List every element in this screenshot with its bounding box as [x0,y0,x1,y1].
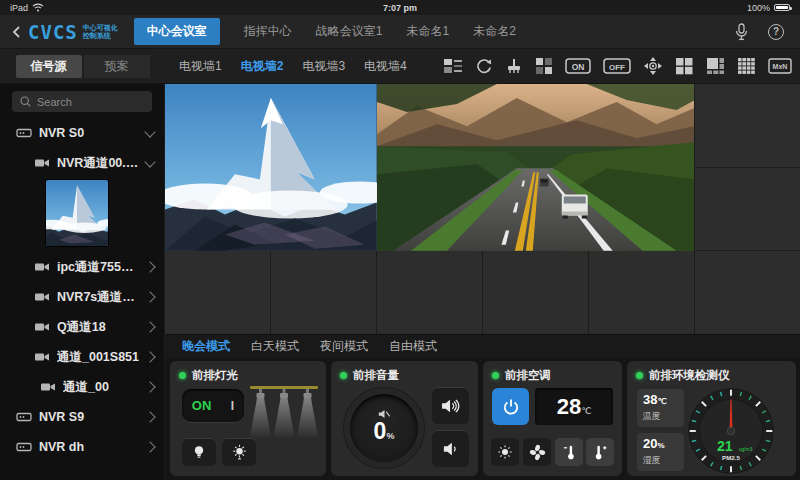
wall-cell[interactable] [695,251,800,334]
env-humidity-box: 20% 湿度 [637,433,684,471]
refresh-icon[interactable] [475,57,493,75]
battery-icon [774,4,790,11]
camera-icon [34,260,50,274]
tree-item-channel-00[interactable]: 通道_00 [0,372,164,402]
light-on-button[interactable] [222,438,256,466]
grid-2x2-icon[interactable] [675,57,694,75]
tree-item-channel-001s851[interactable]: 通道_001S851 [0,342,164,372]
power-icon [502,398,520,416]
grid-mxn-icon[interactable]: MxN [768,57,792,75]
tab-command-center[interactable]: 指挥中心 [244,23,292,40]
channel-thumbnail[interactable] [46,180,108,246]
search-box[interactable] [12,91,152,112]
chevron-right-icon [144,291,155,302]
room-tabs: 中心会议室 指挥中心 战略会议室1 未命名1 未命名2 [134,18,516,45]
off-button-icon[interactable]: OFF [603,57,631,75]
wall-cell[interactable] [483,251,588,334]
mode-night[interactable]: 夜间模式 [320,338,368,355]
ac-heat-mode-button[interactable] [491,438,519,466]
wall-cell[interactable] [165,251,270,334]
wall-cell[interactable] [271,251,376,334]
ac-temp-unit: ℃ [581,406,591,416]
ac-temperature-display: 28 ℃ [535,388,613,425]
panel-front-ac: 前排空调 28 ℃ [483,361,622,476]
svg-text:ON: ON [572,62,585,72]
tab-signal-source[interactable]: 信号源 [16,55,82,78]
tree-item-nvr-channel-2166[interactable]: NVR通道00...2166 [0,148,164,178]
ac-temp-down-button[interactable] [555,438,583,466]
tab-tv-wall-2[interactable]: 电视墙2 [241,58,284,75]
clear-screen-icon[interactable] [505,57,523,75]
env-temp-unit: ℃ [657,397,666,406]
volume-value: 0 [374,418,387,444]
help-icon[interactable]: ? [768,24,784,40]
chevron-right-icon [144,351,155,362]
wall-cell[interactable] [695,168,800,251]
mode-party[interactable]: 晚会模式 [182,338,230,355]
search-input[interactable] [37,96,145,108]
tab-tv-wall-4[interactable]: 电视墙4 [364,58,407,75]
speaker-low-icon [443,441,459,457]
wall-cell[interactable] [377,251,482,334]
tree-item-q-channel-18[interactable]: Q通道18 [0,312,164,342]
tree-item-nvr-s9[interactable]: NVR S9 [0,402,164,432]
signal-source-sidebar: NVR S0 NVR通道00...2166 [0,84,165,480]
pm25-label: PM2.5 [722,454,740,461]
volume-knob[interactable]: 0% [344,388,424,468]
tree-item-nvr-s0[interactable]: NVR S0 [0,118,164,148]
status-bar: iPad 7:07 pm 100% [0,0,800,15]
ptz-dpad-icon[interactable] [643,56,663,76]
tab-preset-plan[interactable]: 预案 [84,55,150,78]
wall-cell[interactable] [695,84,800,167]
volume-up-button[interactable] [432,387,469,424]
grid-4x4-icon[interactable] [737,57,756,75]
panel-environment-monitor: 前排环境检测仪 38℃ 温度 20% 湿度 [627,361,796,476]
on-button-icon[interactable]: ON [565,57,591,75]
video-wall [165,84,800,334]
ac-fan-mode-button[interactable] [523,438,551,466]
svg-text:OFF: OFF [609,63,625,72]
tab-strategy-room-1[interactable]: 战略会议室1 [316,23,383,40]
tab-unnamed-1[interactable]: 未命名1 [406,23,449,40]
mountain-video-image [165,84,377,251]
logo-subtitle: 中心可视化控制系统 [83,24,118,40]
thermometer-minus-icon [562,444,577,461]
tab-tv-wall-1[interactable]: 电视墙1 [179,58,222,75]
panel-title: 前排空调 [505,368,551,383]
tree-item-nvr-dh[interactable]: NVR dh [0,432,164,462]
back-icon[interactable] [10,25,24,39]
env-temp-label: 温度 [643,411,684,423]
wall-cell[interactable] [589,251,694,334]
tree-item-ipc-755001[interactable]: ipc通道755001 [0,252,164,282]
ac-power-button[interactable] [492,388,529,425]
wall-feed-mountain[interactable] [165,84,377,251]
ac-temp-value: 28 [557,394,581,420]
microphone-icon[interactable] [735,23,748,41]
camera-icon [34,320,50,334]
camera-icon [34,290,50,304]
pm25-unit: ug/m3 [739,447,753,452]
tab-unnamed-2[interactable]: 未命名2 [473,23,516,40]
light-power-switch[interactable]: ON I [182,389,244,422]
tab-tv-wall-3[interactable]: 电视墙3 [302,58,345,75]
thermometer-plus-icon [593,444,608,461]
light-off-button[interactable] [182,438,216,466]
layout-list-icon[interactable] [443,57,463,75]
env-temp-value: 38 [643,392,657,407]
volume-down-button[interactable] [432,430,469,467]
window-layout-icon[interactable] [535,57,553,75]
wall-feed-road[interactable] [377,84,695,251]
grid-pip-icon[interactable] [706,57,725,75]
panel-title: 前排音量 [353,368,399,383]
mode-free[interactable]: 自由模式 [389,338,437,355]
search-icon [19,95,32,108]
toolbar-row: 信号源 预案 电视墙1 电视墙2 电视墙3 电视墙4 [0,49,800,84]
tab-center-meeting-room[interactable]: 中心会议室 [134,18,220,45]
tree-item-nvr7s-001[interactable]: NVR7s通道_001 [0,282,164,312]
nvr-icon [16,440,32,454]
mode-day[interactable]: 白天模式 [251,338,299,355]
ac-temp-up-button[interactable] [586,438,614,466]
chevron-right-icon [144,411,155,422]
chevron-right-icon [144,321,155,332]
env-humidity-value: 20 [643,436,657,451]
